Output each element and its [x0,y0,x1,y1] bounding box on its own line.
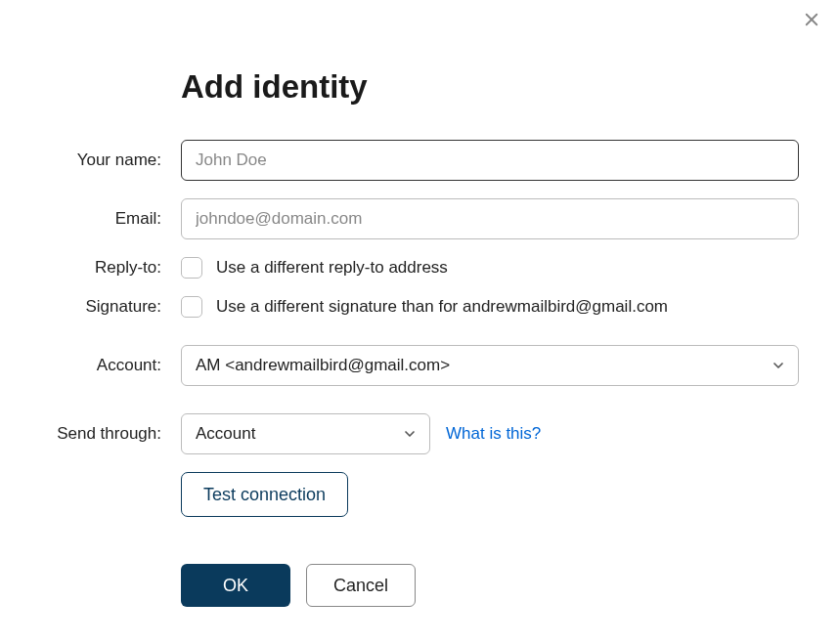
dialog-title: Add identity [181,68,799,106]
account-label: Account: [39,356,181,375]
chevron-down-icon [402,426,418,442]
email-input[interactable] [181,198,799,239]
what-is-this-link[interactable]: What is this? [446,424,541,444]
send-through-select-value: Account [196,424,255,444]
cancel-button[interactable]: Cancel [306,564,416,607]
account-select[interactable]: AM <andrewmailbird@gmail.com> [181,345,799,386]
reply-to-checkbox-label: Use a different reply-to address [216,258,448,278]
test-connection-row: Test connection [39,472,799,517]
add-identity-dialog: Add identity Your name: Email: Reply-to:… [0,0,838,644]
email-row: Email: [39,198,799,239]
account-row: Account: AM <andrewmailbird@gmail.com> [39,345,799,386]
chevron-down-icon [771,358,786,373]
close-button[interactable] [800,10,823,33]
dialog-buttons: OK Cancel [181,564,799,607]
signature-checkbox[interactable] [181,296,202,318]
signature-checkbox-label: Use a different signature than for andre… [216,297,668,317]
email-label: Email: [39,209,181,229]
send-through-row: Send through: Account What is this? [39,413,799,454]
ok-button[interactable]: OK [181,564,290,607]
reply-to-checkbox[interactable] [181,257,202,279]
close-icon [803,11,820,32]
send-through-select[interactable]: Account [181,413,430,454]
test-connection-button[interactable]: Test connection [181,472,348,517]
name-label: Your name: [39,150,181,170]
send-through-label: Send through: [39,424,181,444]
name-row: Your name: [39,140,799,181]
reply-to-row: Reply-to: Use a different reply-to addre… [39,257,799,279]
signature-row: Signature: Use a different signature tha… [39,296,799,318]
signature-label: Signature: [39,297,181,317]
reply-to-label: Reply-to: [39,258,181,278]
name-input[interactable] [181,140,799,181]
account-select-value: AM <andrewmailbird@gmail.com> [196,356,450,375]
